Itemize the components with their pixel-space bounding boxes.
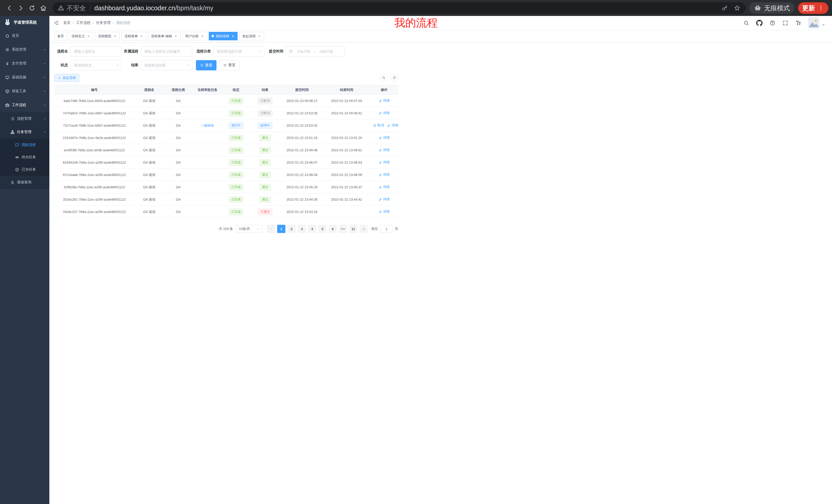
result-select[interactable] [141, 60, 192, 71]
page-button-5[interactable]: 5 [318, 225, 327, 233]
tab-close-icon[interactable]: × [113, 34, 117, 38]
search-button[interactable]: 搜索 [196, 60, 216, 71]
help-icon[interactable] [770, 20, 775, 26]
sidebar-item-devtools[interactable]: 研发工具 [0, 84, 49, 98]
status-select[interactable] [71, 60, 122, 71]
toggle-search-button[interactable] [380, 74, 387, 82]
sidebar-item-done-task[interactable]: 已办任务 [0, 163, 49, 176]
status-tag: 已完成 [229, 147, 243, 153]
browser-update-button[interactable]: 更新 [798, 2, 828, 14]
tab-home[interactable]: 首页 [54, 32, 67, 40]
prev-page-button[interactable] [267, 225, 275, 233]
detail-action-link[interactable]: 详情 [379, 197, 390, 202]
page-ellipsis[interactable]: ••• [339, 225, 347, 233]
tab-close-icon[interactable]: × [174, 34, 178, 38]
sidebar-item-my-process[interactable]: 我的流程 [0, 139, 49, 151]
breadcrumb-home[interactable]: 首页 [63, 21, 71, 25]
page-button-3[interactable]: 3 [298, 225, 306, 233]
process-definition-input[interactable] [141, 46, 192, 57]
page-size-select[interactable] [236, 225, 262, 233]
submit-time-range[interactable]: - [286, 46, 345, 57]
cell-status: 已完成 [223, 181, 250, 193]
tab-close-icon[interactable]: × [200, 34, 204, 38]
browser-reload-button[interactable] [26, 2, 37, 13]
sidebar-item-todo-task[interactable]: 待办任务 [0, 151, 49, 163]
cell-result: 不通过 [250, 206, 281, 218]
caret-down-icon[interactable] [822, 23, 825, 27]
address-bar[interactable]: 不安全 dashboard.yudao.iocoder.cn/bpm/task/… [52, 2, 746, 14]
tab-process-definition[interactable]: 流程定义× [69, 32, 93, 40]
detail-action-link[interactable]: 详情 [387, 123, 398, 128]
goto-page-input[interactable] [380, 225, 393, 233]
tab-close-icon[interactable]: × [87, 34, 90, 38]
sidebar-item-home[interactable]: 首页 [0, 29, 49, 43]
cancel-action-link[interactable]: 取消 [373, 123, 384, 128]
tab-process-form[interactable]: 流程表单× [122, 32, 146, 40]
page-button-11[interactable]: 11 [349, 225, 357, 233]
browser-forward-button[interactable] [15, 2, 26, 13]
sidebar-item-task-manage[interactable]: 任务管理 [0, 125, 49, 139]
detail-action-link[interactable]: 详情 [379, 209, 390, 214]
detail-icon [379, 99, 382, 103]
tab-process-model[interactable]: 流程模型× [95, 32, 120, 40]
browser-home-button[interactable] [37, 2, 49, 13]
detail-action-link[interactable]: 详情 [379, 135, 390, 140]
bookmark-star-icon[interactable] [734, 5, 740, 11]
header-search-icon[interactable] [743, 20, 749, 26]
category-select-input[interactable] [213, 46, 265, 57]
cell-actions: 详情 [370, 132, 398, 144]
tab-my-process[interactable]: 我的流程× [209, 32, 238, 40]
browser-menu-icon[interactable] [817, 5, 824, 11]
category-select[interactable] [213, 46, 265, 57]
result-tag: 通过 [259, 184, 271, 191]
sidebar-item-leave-query[interactable]: 请假查询 [0, 176, 49, 189]
sidebar-item-system[interactable]: 系统管理 [0, 43, 49, 57]
detail-action-link[interactable]: 详情 [379, 185, 390, 189]
detail-action-link[interactable]: 详情 [379, 111, 390, 115]
start-process-button[interactable]: 发起流程 [54, 74, 79, 82]
detail-action-link[interactable]: 详情 [379, 99, 390, 103]
tab-process-form-edit[interactable]: 流程表单-编辑× [148, 32, 181, 40]
sidebar-item-infra[interactable]: 基础设施 [0, 71, 49, 84]
status-select-input[interactable] [71, 60, 122, 71]
breadcrumb-workflow[interactable]: 工作流程 [76, 21, 90, 25]
refresh-table-button[interactable] [391, 74, 398, 82]
cell-submit-time: 2022-01-22 23:46:47 [281, 157, 323, 169]
tab-start-process[interactable]: 发起流程× [239, 32, 264, 40]
tab-close-icon[interactable]: × [139, 34, 144, 38]
font-size-icon[interactable] [795, 20, 801, 26]
cell-result: 通过 [250, 193, 281, 206]
detail-action-link[interactable]: 详情 [379, 160, 390, 165]
next-page-button[interactable] [359, 225, 368, 233]
reset-button[interactable]: 重置 [219, 60, 240, 71]
avatar[interactable] [808, 17, 820, 29]
sidebar-item-payment[interactable]: 支付管理 [0, 57, 49, 71]
user-menu[interactable] [808, 17, 825, 29]
security-chip[interactable]: 不安全 [58, 4, 86, 12]
page-button-4[interactable]: 4 [308, 225, 316, 233]
github-icon[interactable] [756, 20, 762, 26]
fullscreen-icon[interactable] [782, 20, 788, 26]
app-logo[interactable]: 芋道管理系统 [0, 16, 49, 29]
result-select-input[interactable] [141, 60, 192, 71]
sidebar-item-process-manage[interactable]: 流程管理 [0, 112, 49, 125]
sidebar-item-workflow[interactable]: 工作流程 [0, 98, 49, 112]
breadcrumb-task-manage[interactable]: 任务管理 [96, 21, 110, 25]
page-button-1[interactable]: 1 [277, 225, 285, 233]
password-key-icon[interactable] [722, 5, 728, 11]
tab-close-icon[interactable]: × [257, 34, 261, 38]
tab-user-group[interactable]: 用户分组× [182, 32, 207, 40]
detail-action-link[interactable]: 详情 [379, 148, 390, 152]
page-button-6[interactable]: 6 [329, 225, 337, 233]
result-label: 结果 [124, 63, 141, 67]
current-task-link[interactable]: 一级审批 [201, 123, 214, 128]
detail-action-link[interactable]: 详情 [379, 172, 390, 177]
plus-icon [58, 76, 61, 80]
browser-back-button[interactable] [4, 2, 15, 13]
start-date-input[interactable] [294, 50, 313, 53]
tab-close-icon[interactable]: × [231, 34, 235, 38]
end-date-input[interactable] [317, 50, 336, 53]
page-button-2[interactable]: 2 [287, 225, 296, 233]
process-name-input[interactable] [71, 46, 122, 57]
sidebar-fold-button[interactable] [49, 16, 63, 30]
